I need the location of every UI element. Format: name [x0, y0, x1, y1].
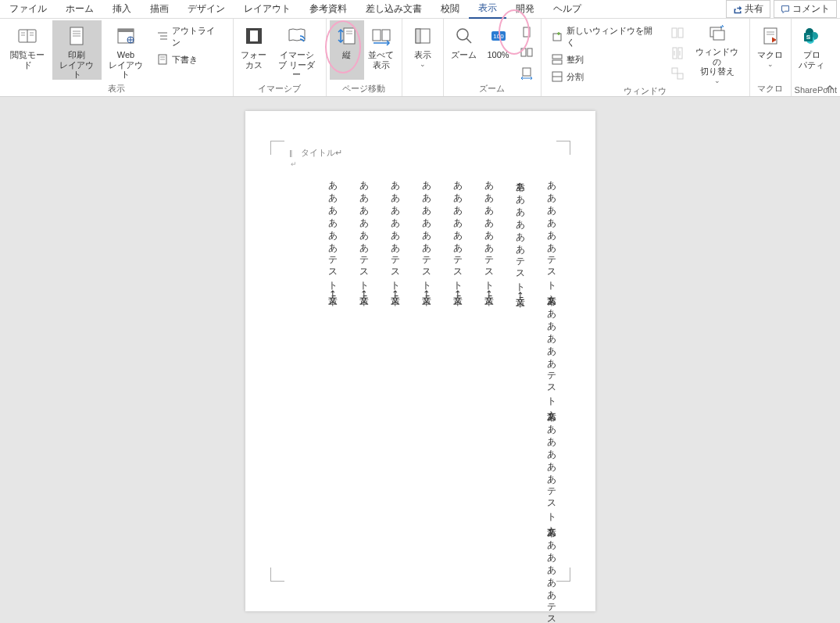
vertical-icon [334, 23, 359, 48]
text-column-8: ああああああテスト文章↵ [328, 174, 338, 623]
one-page-button[interactable] [519, 25, 534, 41]
text-columns: ああああああテスト文章ああああああテスト文章ああああああテスト文章ああああああテ… [289, 174, 563, 623]
group-immersive: フォー カス イマーシ ブ リーダー イマーシブ [234, 19, 327, 96]
switch-windows-button[interactable]: ウィンドウの 切り替え ⌄ [688, 20, 746, 80]
tab-layout[interactable]: レイアウト [234, 0, 300, 18]
svg-rect-57 [713, 30, 724, 40]
view-side-by-side-button[interactable] [670, 25, 685, 41]
reset-position-button[interactable] [670, 66, 685, 81]
reader-icon [284, 23, 309, 48]
tab-design[interactable]: デザイン [178, 0, 234, 18]
section-marker-icon: ∥ [289, 149, 293, 157]
tab-references[interactable]: 参考資料 [300, 0, 356, 18]
arrange-all-button[interactable]: 整列 [548, 52, 663, 67]
group-views: 閲覧モード 印刷 レイアウト Web レイアウト アウトライン [0, 19, 234, 96]
draft-icon [156, 53, 169, 66]
focus-button[interactable]: フォー カス [237, 20, 271, 80]
focus-icon [241, 23, 266, 48]
comment-icon [781, 5, 790, 14]
page-width-button[interactable] [519, 66, 534, 81]
sync-scroll-button[interactable] [670, 45, 685, 61]
menu-bar: ファイル ホーム 挿入 描画 デザイン レイアウト 参考資料 差し込み文書 校閲… [0, 0, 840, 19]
side-by-side-icon [670, 26, 685, 40]
text-column-2: 章ああああああテスト文章↵ [516, 174, 525, 623]
tab-mailings[interactable]: 差し込み文書 [356, 0, 431, 18]
group-show: 表示 ⌄ [402, 19, 444, 96]
svg-rect-36 [524, 27, 530, 37]
svg-rect-58 [764, 28, 777, 44]
draft-button[interactable]: 下書き [153, 52, 227, 67]
web-layout-button[interactable]: Web レイアウト [102, 20, 151, 80]
multi-page-icon [520, 46, 534, 60]
tab-draw[interactable]: 描画 [141, 0, 178, 18]
sharepoint-icon: S [799, 23, 824, 48]
svg-rect-38 [527, 48, 532, 56]
macros-button[interactable]: マクロ ⌄ [753, 20, 788, 80]
read-mode-button[interactable]: 閲覧モード [3, 20, 52, 80]
chevron-up-icon [824, 82, 835, 93]
arrange-icon [551, 53, 563, 66]
svg-rect-22 [250, 30, 258, 41]
group-macro: マクロ ⌄ マクロ [750, 19, 792, 96]
share-icon [733, 5, 742, 14]
read-mode-icon [15, 23, 40, 48]
split-button[interactable]: 分割 [548, 69, 663, 84]
svg-rect-48 [672, 28, 677, 38]
group-page-move: 縦 並べて 表示 ページ移動 [327, 19, 402, 96]
properties-button[interactable]: S プロ パティ [795, 20, 829, 80]
new-window-icon [551, 30, 563, 43]
comment-button[interactable]: コメント [774, 0, 837, 18]
reset-pos-icon [670, 66, 685, 81]
zoom-100-button[interactable]: 100 100% [481, 20, 516, 80]
collapse-ribbon-button[interactable] [824, 82, 835, 93]
page-width-icon [520, 66, 534, 81]
svg-rect-23 [344, 28, 355, 44]
text-column-6: ああああああテスト文章↵ [391, 174, 400, 623]
tab-insert[interactable]: 挿入 [103, 0, 141, 18]
svg-rect-41 [553, 34, 561, 41]
web-layout-icon [113, 23, 138, 48]
svg-rect-44 [552, 55, 562, 59]
new-window-button[interactable]: 新しいウィンドウを開く [548, 23, 663, 50]
macro-icon [758, 23, 783, 48]
tab-view[interactable]: 表示 [469, 0, 506, 19]
title-line: ∥タイトル↵ ↵ [289, 147, 563, 168]
svg-rect-11 [118, 29, 134, 32]
margin-corner-tr [556, 141, 570, 155]
outline-icon [156, 30, 169, 43]
outline-button[interactable]: アウトライン [153, 23, 227, 50]
svg-text:S: S [806, 34, 810, 41]
text-column-4: ああああああテスト文章↵ [453, 174, 463, 623]
print-layout-button[interactable]: 印刷 レイアウト [52, 20, 102, 80]
svg-rect-28 [382, 30, 390, 41]
side-by-side-button[interactable]: 並べて 表示 [364, 20, 399, 80]
multi-page-button[interactable] [519, 45, 534, 61]
tab-home[interactable]: ホーム [56, 0, 103, 18]
text-column-3: ああああああテスト文章↵ [484, 174, 494, 623]
svg-rect-39 [523, 68, 531, 76]
zoom-icon [452, 23, 477, 48]
svg-rect-37 [521, 48, 526, 56]
share-button[interactable]: 共有 [726, 0, 770, 18]
show-button[interactable]: 表示 ⌄ [406, 20, 440, 80]
vertical-button[interactable]: 縦 [330, 20, 364, 80]
tab-help[interactable]: ヘルプ [544, 0, 591, 18]
ribbon: 閲覧モード 印刷 レイアウト Web レイアウト アウトライン [0, 19, 840, 97]
hundred-icon: 100 [486, 23, 511, 48]
svg-point-32 [457, 29, 468, 40]
switch-icon [705, 23, 730, 45]
svg-rect-27 [373, 30, 381, 41]
svg-rect-55 [677, 73, 683, 79]
tab-developer[interactable]: 開発 [506, 0, 544, 18]
split-icon [551, 70, 563, 83]
svg-rect-45 [552, 60, 562, 64]
page: ∥タイトル↵ ↵ ああああああテスト文章ああああああテスト文章ああああああテスト… [245, 111, 595, 611]
text-column-7: ああああああテスト文章↵ [359, 174, 369, 623]
zoom-button[interactable]: ズーム [447, 20, 481, 80]
tab-file[interactable]: ファイル [0, 0, 56, 18]
immersive-reader-button[interactable]: イマーシ ブ リーダー [271, 20, 323, 80]
document-canvas[interactable]: ∥タイトル↵ ↵ ああああああテスト文章ああああああテスト文章ああああああテスト… [0, 97, 840, 623]
tab-review[interactable]: 校閲 [431, 0, 469, 18]
sync-scroll-icon [670, 46, 685, 60]
margin-corner-br [556, 568, 570, 582]
